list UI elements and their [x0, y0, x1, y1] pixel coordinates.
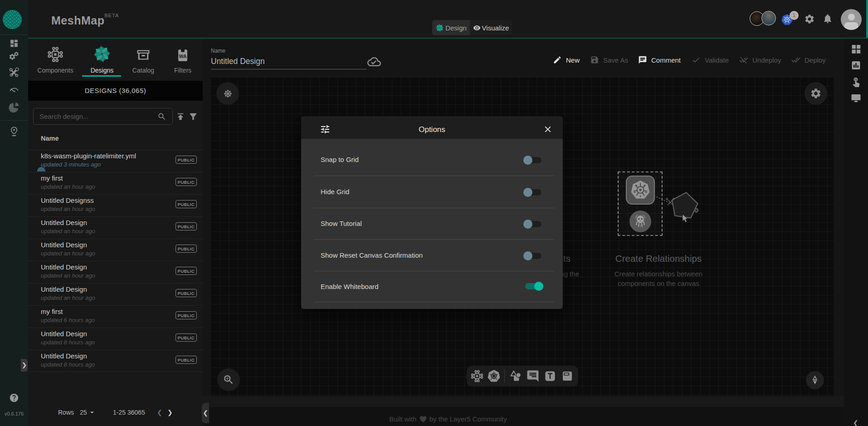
svg-text:WA: WA [179, 54, 186, 59]
